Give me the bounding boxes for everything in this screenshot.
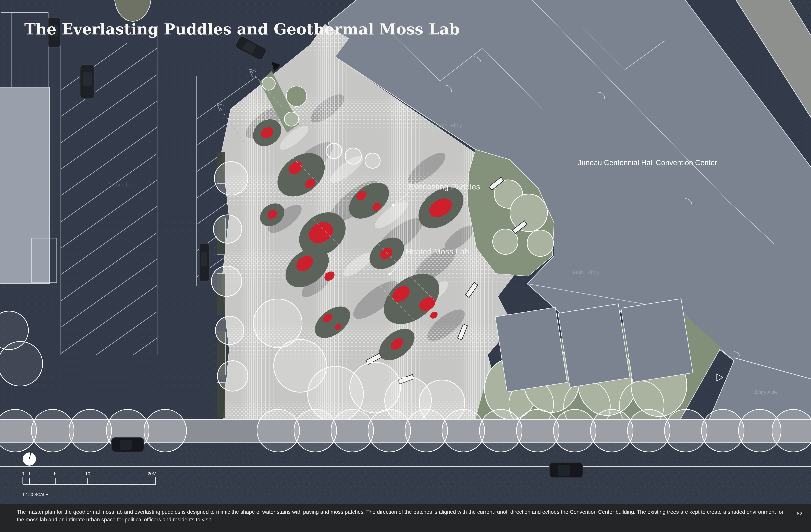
scale-ratio-label: 1:150 SCALE (22, 492, 48, 497)
west-building (0, 87, 50, 284)
street-parked-car (199, 243, 209, 282)
master-plan-page: 0 1 5 10 20M 1:150 SCALE Juneau Centenni… (0, 0, 811, 532)
parking-lot-label: Parking Lot (107, 182, 133, 187)
scale-tick-label: 10 (85, 471, 90, 476)
main-lobby-label: Main Lobby (573, 269, 599, 275)
entry-aisle-label: Entry Aisle (755, 389, 778, 395)
footer-caption-line2: the moss lab and an intimate urban space… (17, 516, 213, 522)
leader-dot (392, 204, 395, 206)
site-plan-canvas: 0 1 5 10 20M 1:150 SCALE Juneau Centenni… (0, 0, 811, 532)
leader-dot (388, 273, 391, 276)
page-number: 82 (797, 511, 802, 516)
everlasting-puddles-label: Everlasting Puddles (409, 182, 480, 191)
small-lobby-label: Small Lobby (434, 123, 462, 128)
scale-tick-label: 20M (148, 471, 157, 476)
footer-bar: The master plan for the geothermal moss … (0, 504, 811, 532)
road-car (549, 463, 583, 478)
road-car (111, 438, 144, 452)
green-tree (286, 86, 307, 106)
scale-tick-label: 5 (54, 471, 57, 476)
scale-tick-label: 0 (21, 471, 24, 476)
page-title: The Everlasting Puddles and Geothermal M… (24, 20, 460, 38)
street (0, 409, 811, 504)
convention-center-label: Juneau Centennial Hall Convention Center (578, 159, 717, 167)
parked-car (80, 64, 94, 99)
footer-caption-line1: The master plan for the geothermal moss … (17, 509, 784, 515)
heated-moss-lab-label: Heated Moss Lab (406, 247, 469, 256)
scale-tick-label: 1 (28, 471, 31, 476)
